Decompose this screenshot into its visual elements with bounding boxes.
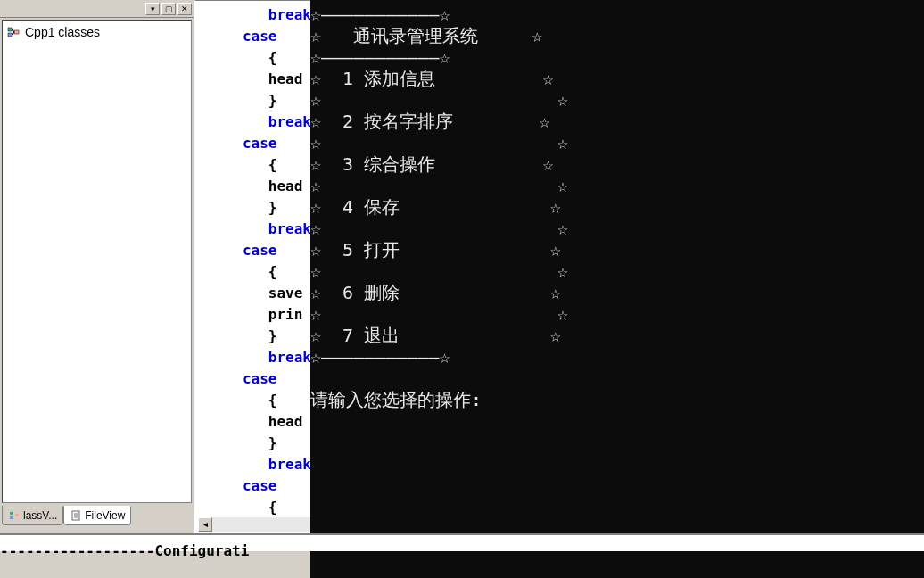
classview-icon: [8, 509, 21, 522]
code-line: break: [195, 454, 310, 475]
code-line: prin: [195, 304, 310, 326]
svg-rect-1: [8, 33, 12, 37]
build-config-line: ------------------Configurati: [0, 535, 924, 559]
code-line: {: [195, 497, 310, 518]
code-line: break: [195, 347, 310, 368]
tree-root-item[interactable]: Cpp1 classes: [6, 24, 187, 40]
workspace-sidebar: ▾ ▢ ✕ Cpp1 classes lassV...: [0, 0, 194, 533]
code-line: {: [195, 47, 310, 69]
code-line: save: [195, 283, 310, 304]
panel-header: ▾ ▢ ✕: [0, 0, 194, 18]
code-line: {: [195, 390, 310, 411]
code-line: head: [195, 411, 310, 433]
code-line: }: [195, 90, 310, 111]
code-line: break: [195, 111, 310, 133]
code-line: case: [195, 240, 310, 261]
svg-rect-6: [10, 516, 13, 519]
fileview-icon: [70, 509, 82, 522]
build-output-panel: ------------------Configurati: [0, 533, 924, 551]
panel-dropdown-icon[interactable]: ▾: [145, 3, 160, 15]
code-line: break: [195, 219, 310, 240]
console-output[interactable]: ☆―――――――――――☆ ☆ 通讯录管理系统 ☆ ☆―――――――――――☆ …: [310, 0, 924, 578]
code-line: case: [195, 475, 310, 497]
svg-rect-5: [10, 512, 13, 515]
code-line: break: [195, 4, 310, 26]
svg-rect-7: [15, 514, 19, 516]
code-line: case: [195, 133, 310, 154]
code-editor[interactable]: break case { head } break case { head } …: [194, 0, 310, 533]
tab-classview[interactable]: lassV...: [2, 506, 63, 525]
horizontal-scrollbar[interactable]: [212, 517, 310, 532]
svg-line-3: [12, 29, 14, 32]
scroll-left-button[interactable]: ◂: [198, 517, 212, 532]
svg-rect-2: [14, 30, 19, 34]
panel-maximize-icon[interactable]: ▢: [161, 3, 176, 15]
code-line: }: [195, 326, 310, 347]
code-line: }: [195, 433, 310, 454]
panel-close-icon[interactable]: ✕: [177, 3, 192, 15]
code-line: head: [195, 69, 310, 90]
tab-label: FileView: [85, 509, 125, 522]
code-line: {: [195, 154, 310, 176]
code-line: case: [195, 26, 310, 47]
classes-icon: [7, 25, 21, 39]
code-line: }: [195, 197, 310, 219]
class-tree[interactable]: Cpp1 classes: [2, 20, 192, 503]
tree-item-label: Cpp1 classes: [25, 25, 100, 39]
svg-line-4: [12, 32, 14, 35]
code-line: {: [195, 261, 310, 283]
tab-label: lassV...: [23, 509, 57, 522]
sidebar-tabs: lassV... FileView: [0, 505, 194, 526]
code-line: head: [195, 176, 310, 197]
code-line: case: [195, 368, 310, 390]
tab-fileview[interactable]: FileView: [63, 506, 131, 525]
svg-rect-0: [8, 28, 12, 31]
